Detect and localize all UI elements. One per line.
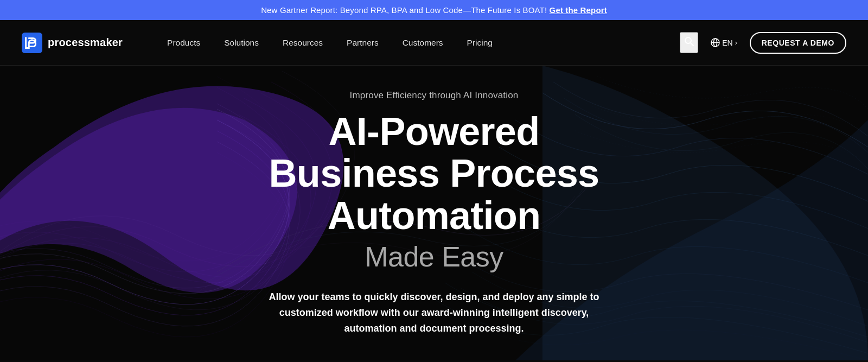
nav-item-resources[interactable]: Resources xyxy=(271,33,335,53)
lang-label: EN xyxy=(722,39,732,47)
hero-made-easy: Made Easy xyxy=(266,240,602,273)
navbar: processmaker Products Solutions Resource… xyxy=(0,20,868,66)
hero-title-line3: Automation xyxy=(328,194,541,237)
nav-item-pricing[interactable]: Pricing xyxy=(455,33,505,53)
nav-item-products[interactable]: Products xyxy=(155,33,212,53)
search-button[interactable] xyxy=(680,32,698,53)
logo-link[interactable]: processmaker xyxy=(22,33,123,53)
nav-item-customers[interactable]: Customers xyxy=(391,33,455,53)
nav-links: Products Solutions Resources Partners Cu… xyxy=(155,33,680,53)
announcement-link[interactable]: Get the Report xyxy=(550,5,607,15)
logo-text: processmaker xyxy=(48,36,123,49)
language-selector[interactable]: EN › xyxy=(708,35,739,50)
globe-icon xyxy=(711,38,720,47)
hero-title-line2: Business Process xyxy=(269,151,599,195)
announcement-text: New Gartner Report: Beyond RPA, BPA and … xyxy=(261,5,547,15)
announcement-bar: New Gartner Report: Beyond RPA, BPA and … xyxy=(0,0,868,20)
hero-subtitle: Improve Efficiency through AI Innovation xyxy=(266,90,602,101)
chevron-right-icon: › xyxy=(735,39,737,47)
logo-icon xyxy=(22,33,42,53)
search-icon xyxy=(684,36,694,47)
hero-title: AI-Powered Business Process Automation xyxy=(266,111,602,237)
nav-item-solutions[interactable]: Solutions xyxy=(212,33,271,53)
hero-description: Allow your teams to quickly discover, de… xyxy=(266,289,602,336)
hero-section: Improve Efficiency through AI Innovation… xyxy=(0,66,868,360)
request-demo-button[interactable]: REQUEST A DEMO xyxy=(750,32,846,54)
hero-title-line1: AI-Powered xyxy=(329,110,540,153)
svg-line-2 xyxy=(691,43,694,46)
hero-content: Improve Efficiency through AI Innovation… xyxy=(255,90,613,336)
nav-item-partners[interactable]: Partners xyxy=(335,33,391,53)
nav-right: EN › REQUEST A DEMO xyxy=(680,32,846,54)
